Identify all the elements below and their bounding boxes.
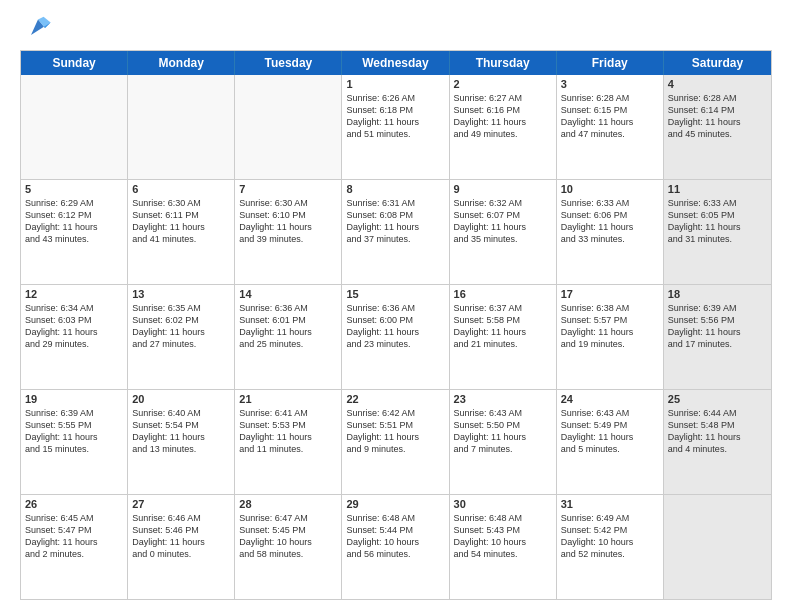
day-number: 24 — [561, 393, 659, 405]
cal-header-monday: Monday — [128, 51, 235, 75]
cal-cell-day-18: 18Sunrise: 6:39 AMSunset: 5:56 PMDayligh… — [664, 285, 771, 389]
cal-cell-day-20: 20Sunrise: 6:40 AMSunset: 5:54 PMDayligh… — [128, 390, 235, 494]
header — [20, 18, 772, 42]
cal-cell-day-6: 6Sunrise: 6:30 AMSunset: 6:11 PMDaylight… — [128, 180, 235, 284]
day-info: Sunrise: 6:41 AMSunset: 5:53 PMDaylight:… — [239, 407, 337, 456]
cal-cell-day-30: 30Sunrise: 6:48 AMSunset: 5:43 PMDayligh… — [450, 495, 557, 599]
cal-header-friday: Friday — [557, 51, 664, 75]
cal-cell-day-15: 15Sunrise: 6:36 AMSunset: 6:00 PMDayligh… — [342, 285, 449, 389]
cal-cell-day-21: 21Sunrise: 6:41 AMSunset: 5:53 PMDayligh… — [235, 390, 342, 494]
day-number: 12 — [25, 288, 123, 300]
day-info: Sunrise: 6:43 AMSunset: 5:49 PMDaylight:… — [561, 407, 659, 456]
calendar: SundayMondayTuesdayWednesdayThursdayFrid… — [20, 50, 772, 600]
day-info: Sunrise: 6:48 AMSunset: 5:44 PMDaylight:… — [346, 512, 444, 561]
cal-cell-empty-4-6 — [664, 495, 771, 599]
day-info: Sunrise: 6:33 AMSunset: 6:05 PMDaylight:… — [668, 197, 767, 246]
day-info: Sunrise: 6:35 AMSunset: 6:02 PMDaylight:… — [132, 302, 230, 351]
day-info: Sunrise: 6:42 AMSunset: 5:51 PMDaylight:… — [346, 407, 444, 456]
day-number: 6 — [132, 183, 230, 195]
cal-header-saturday: Saturday — [664, 51, 771, 75]
day-number: 2 — [454, 78, 552, 90]
cal-cell-day-29: 29Sunrise: 6:48 AMSunset: 5:44 PMDayligh… — [342, 495, 449, 599]
day-info: Sunrise: 6:45 AMSunset: 5:47 PMDaylight:… — [25, 512, 123, 561]
day-number: 11 — [668, 183, 767, 195]
day-info: Sunrise: 6:44 AMSunset: 5:48 PMDaylight:… — [668, 407, 767, 456]
day-info: Sunrise: 6:33 AMSunset: 6:06 PMDaylight:… — [561, 197, 659, 246]
day-number: 17 — [561, 288, 659, 300]
cal-cell-empty-0-2 — [235, 75, 342, 179]
cal-row-0: 1Sunrise: 6:26 AMSunset: 6:18 PMDaylight… — [21, 75, 771, 179]
cal-cell-day-1: 1Sunrise: 6:26 AMSunset: 6:18 PMDaylight… — [342, 75, 449, 179]
day-number: 26 — [25, 498, 123, 510]
day-info: Sunrise: 6:29 AMSunset: 6:12 PMDaylight:… — [25, 197, 123, 246]
day-info: Sunrise: 6:40 AMSunset: 5:54 PMDaylight:… — [132, 407, 230, 456]
day-info: Sunrise: 6:39 AMSunset: 5:56 PMDaylight:… — [668, 302, 767, 351]
cal-cell-day-31: 31Sunrise: 6:49 AMSunset: 5:42 PMDayligh… — [557, 495, 664, 599]
cal-cell-day-2: 2Sunrise: 6:27 AMSunset: 6:16 PMDaylight… — [450, 75, 557, 179]
cal-cell-day-22: 22Sunrise: 6:42 AMSunset: 5:51 PMDayligh… — [342, 390, 449, 494]
cal-row-1: 5Sunrise: 6:29 AMSunset: 6:12 PMDaylight… — [21, 179, 771, 284]
cal-row-2: 12Sunrise: 6:34 AMSunset: 6:03 PMDayligh… — [21, 284, 771, 389]
cal-cell-empty-0-1 — [128, 75, 235, 179]
logo-icon — [24, 14, 52, 42]
cal-cell-day-10: 10Sunrise: 6:33 AMSunset: 6:06 PMDayligh… — [557, 180, 664, 284]
day-info: Sunrise: 6:49 AMSunset: 5:42 PMDaylight:… — [561, 512, 659, 561]
calendar-body: 1Sunrise: 6:26 AMSunset: 6:18 PMDaylight… — [21, 75, 771, 599]
day-number: 10 — [561, 183, 659, 195]
cal-cell-day-7: 7Sunrise: 6:30 AMSunset: 6:10 PMDaylight… — [235, 180, 342, 284]
day-number: 28 — [239, 498, 337, 510]
day-number: 23 — [454, 393, 552, 405]
day-number: 15 — [346, 288, 444, 300]
day-number: 7 — [239, 183, 337, 195]
cal-cell-day-27: 27Sunrise: 6:46 AMSunset: 5:46 PMDayligh… — [128, 495, 235, 599]
day-info: Sunrise: 6:30 AMSunset: 6:10 PMDaylight:… — [239, 197, 337, 246]
day-info: Sunrise: 6:27 AMSunset: 6:16 PMDaylight:… — [454, 92, 552, 141]
day-number: 25 — [668, 393, 767, 405]
day-number: 3 — [561, 78, 659, 90]
day-number: 5 — [25, 183, 123, 195]
day-info: Sunrise: 6:30 AMSunset: 6:11 PMDaylight:… — [132, 197, 230, 246]
cal-cell-day-25: 25Sunrise: 6:44 AMSunset: 5:48 PMDayligh… — [664, 390, 771, 494]
day-number: 14 — [239, 288, 337, 300]
day-number: 31 — [561, 498, 659, 510]
cal-cell-day-24: 24Sunrise: 6:43 AMSunset: 5:49 PMDayligh… — [557, 390, 664, 494]
cal-cell-day-19: 19Sunrise: 6:39 AMSunset: 5:55 PMDayligh… — [21, 390, 128, 494]
cal-header-sunday: Sunday — [21, 51, 128, 75]
day-info: Sunrise: 6:36 AMSunset: 6:01 PMDaylight:… — [239, 302, 337, 351]
day-info: Sunrise: 6:34 AMSunset: 6:03 PMDaylight:… — [25, 302, 123, 351]
cal-cell-day-16: 16Sunrise: 6:37 AMSunset: 5:58 PMDayligh… — [450, 285, 557, 389]
day-info: Sunrise: 6:48 AMSunset: 5:43 PMDaylight:… — [454, 512, 552, 561]
day-number: 20 — [132, 393, 230, 405]
day-info: Sunrise: 6:26 AMSunset: 6:18 PMDaylight:… — [346, 92, 444, 141]
calendar-header-row: SundayMondayTuesdayWednesdayThursdayFrid… — [21, 51, 771, 75]
cal-header-thursday: Thursday — [450, 51, 557, 75]
day-number: 16 — [454, 288, 552, 300]
day-info: Sunrise: 6:38 AMSunset: 5:57 PMDaylight:… — [561, 302, 659, 351]
cal-cell-day-4: 4Sunrise: 6:28 AMSunset: 6:14 PMDaylight… — [664, 75, 771, 179]
cal-cell-day-17: 17Sunrise: 6:38 AMSunset: 5:57 PMDayligh… — [557, 285, 664, 389]
day-info: Sunrise: 6:37 AMSunset: 5:58 PMDaylight:… — [454, 302, 552, 351]
cal-header-tuesday: Tuesday — [235, 51, 342, 75]
day-info: Sunrise: 6:28 AMSunset: 6:14 PMDaylight:… — [668, 92, 767, 141]
day-number: 18 — [668, 288, 767, 300]
day-info: Sunrise: 6:46 AMSunset: 5:46 PMDaylight:… — [132, 512, 230, 561]
cal-cell-day-11: 11Sunrise: 6:33 AMSunset: 6:05 PMDayligh… — [664, 180, 771, 284]
cal-cell-day-3: 3Sunrise: 6:28 AMSunset: 6:15 PMDaylight… — [557, 75, 664, 179]
cal-cell-day-23: 23Sunrise: 6:43 AMSunset: 5:50 PMDayligh… — [450, 390, 557, 494]
day-number: 1 — [346, 78, 444, 90]
day-number: 4 — [668, 78, 767, 90]
cal-cell-day-28: 28Sunrise: 6:47 AMSunset: 5:45 PMDayligh… — [235, 495, 342, 599]
cal-cell-day-14: 14Sunrise: 6:36 AMSunset: 6:01 PMDayligh… — [235, 285, 342, 389]
cal-cell-day-26: 26Sunrise: 6:45 AMSunset: 5:47 PMDayligh… — [21, 495, 128, 599]
day-info: Sunrise: 6:28 AMSunset: 6:15 PMDaylight:… — [561, 92, 659, 141]
cal-cell-day-8: 8Sunrise: 6:31 AMSunset: 6:08 PMDaylight… — [342, 180, 449, 284]
cal-cell-day-9: 9Sunrise: 6:32 AMSunset: 6:07 PMDaylight… — [450, 180, 557, 284]
day-number: 21 — [239, 393, 337, 405]
cal-row-4: 26Sunrise: 6:45 AMSunset: 5:47 PMDayligh… — [21, 494, 771, 599]
day-number: 19 — [25, 393, 123, 405]
day-info: Sunrise: 6:47 AMSunset: 5:45 PMDaylight:… — [239, 512, 337, 561]
page: SundayMondayTuesdayWednesdayThursdayFrid… — [0, 0, 792, 612]
day-number: 8 — [346, 183, 444, 195]
day-number: 30 — [454, 498, 552, 510]
cal-cell-empty-0-0 — [21, 75, 128, 179]
